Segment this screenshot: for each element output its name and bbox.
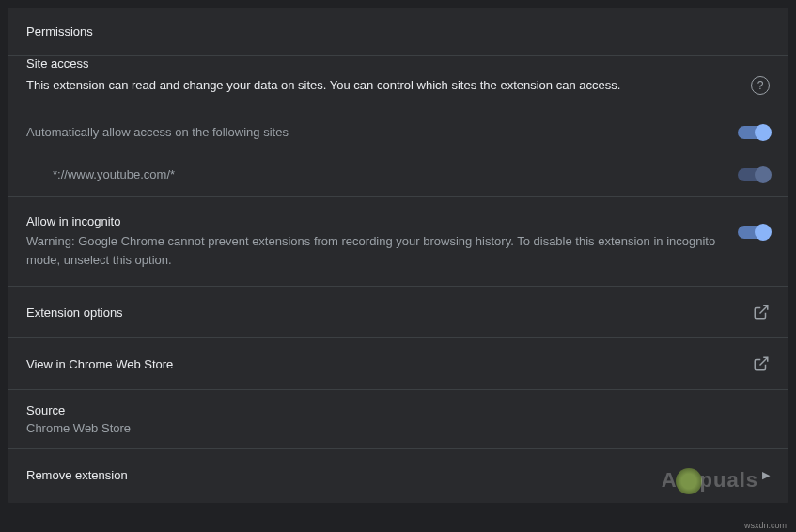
settings-panel: Permissions Site access This extension c… (8, 8, 788, 503)
permissions-heading: Permissions (8, 8, 788, 55)
incognito-title: Allow in incognito (26, 214, 719, 228)
open-external-icon (753, 355, 770, 372)
chevron-right-icon: ▶ (762, 469, 770, 481)
incognito-toggle[interactable] (738, 226, 770, 239)
extension-options-label: Extension options (26, 305, 123, 320)
site-pattern-row: *://www.youtube.com/* (8, 154, 788, 196)
auto-allow-label: Automatically allow access on the follow… (26, 125, 289, 139)
help-icon[interactable]: ? (751, 76, 770, 95)
attribution-text: wsxdn.com (744, 521, 787, 530)
auto-allow-toggle[interactable] (738, 126, 770, 139)
site-access-heading: Site access (26, 56, 770, 70)
source-title: Source (26, 403, 770, 417)
extension-options-row[interactable]: Extension options (8, 287, 788, 338)
incognito-section: Allow in incognito Warning: Google Chrom… (8, 197, 788, 287)
source-section: Source Chrome Web Store (8, 390, 788, 449)
svg-line-0 (760, 305, 768, 313)
permissions-section: Permissions (8, 8, 788, 56)
toggle-knob (755, 124, 772, 141)
webstore-label: View in Chrome Web Store (26, 357, 173, 371)
auto-allow-row: Automatically allow access on the follow… (8, 112, 788, 154)
webstore-row[interactable]: View in Chrome Web Store (8, 338, 788, 390)
toggle-knob (755, 224, 772, 241)
svg-line-1 (760, 357, 768, 365)
open-external-icon (753, 304, 770, 321)
source-value: Chrome Web Store (26, 421, 770, 435)
remove-extension-label: Remove extension (26, 468, 128, 482)
site-pattern-toggle[interactable] (738, 168, 770, 181)
site-pattern-text: *://www.youtube.com/* (53, 167, 175, 181)
site-access-section: Site access This extension can read and … (8, 56, 788, 197)
incognito-warning: Warning: Google Chrome cannot prevent ex… (26, 232, 719, 269)
toggle-knob (755, 166, 772, 183)
remove-extension-row[interactable]: Remove extension ▶ (8, 449, 788, 503)
site-access-description: This extension can read and change your … (26, 76, 751, 95)
